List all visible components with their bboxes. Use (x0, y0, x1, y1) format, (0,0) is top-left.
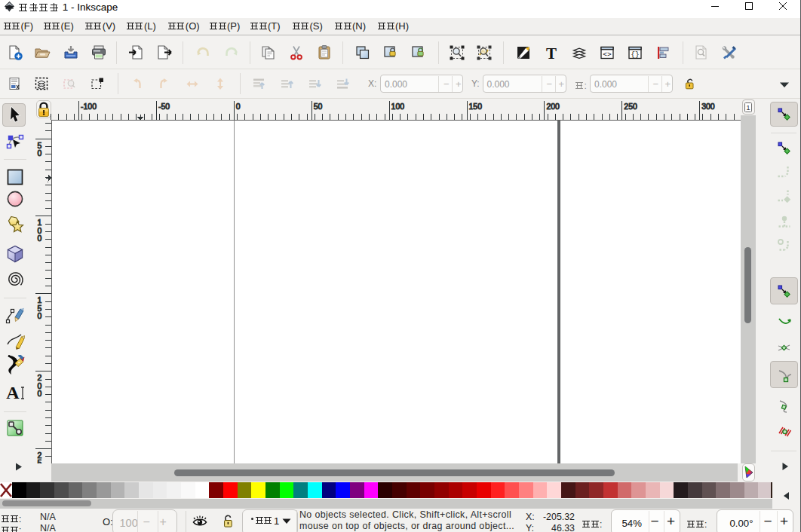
svg-text:-100: -100 (81, 102, 97, 111)
svg-text:200: 200 (546, 102, 560, 111)
svg-text:100: 100 (391, 102, 405, 111)
svg-text:50: 50 (314, 102, 323, 111)
svg-text:{}: {} (631, 50, 639, 59)
svg-text:T: T (546, 44, 557, 61)
svg-text:1: 1 (746, 103, 750, 111)
svg-text:0: 0 (38, 148, 42, 157)
svg-text:<>: <> (603, 50, 612, 59)
svg-text:A: A (6, 383, 20, 402)
svg-text:5: 5 (38, 458, 42, 463)
svg-text:300: 300 (701, 102, 715, 111)
svg-text:0: 0 (38, 234, 42, 243)
svg-text:0: 0 (38, 310, 42, 320)
svg-text:0: 0 (236, 102, 241, 111)
svg-text:150: 150 (469, 102, 483, 111)
svg-text:0: 0 (38, 388, 42, 397)
svg-text:250: 250 (624, 102, 637, 111)
svg-text:-50: -50 (158, 102, 170, 111)
